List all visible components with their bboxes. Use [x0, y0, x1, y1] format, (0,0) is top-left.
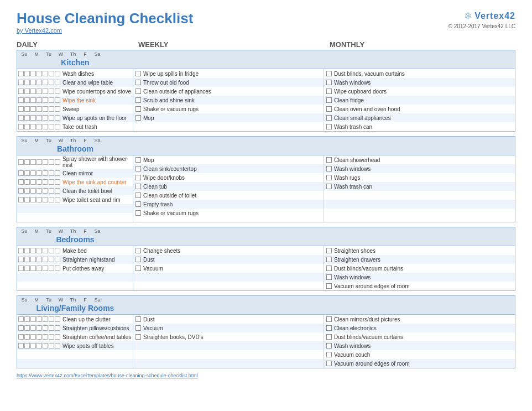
daily-checkbox[interactable] [30, 248, 36, 253]
daily-checkbox[interactable] [36, 115, 42, 121]
daily-checkbox[interactable] [55, 115, 60, 121]
daily-checkbox[interactable] [43, 97, 48, 103]
weekly-checkbox[interactable] [135, 210, 141, 216]
monthly-checkbox[interactable] [326, 184, 332, 189]
daily-checkbox[interactable] [49, 159, 54, 165]
daily-checkbox[interactable] [18, 179, 24, 185]
daily-checkbox[interactable] [36, 197, 42, 202]
monthly-checkbox[interactable] [326, 316, 332, 322]
weekly-checkbox[interactable] [135, 175, 141, 180]
daily-checkbox[interactable] [24, 170, 30, 176]
monthly-checkbox[interactable] [326, 361, 332, 366]
daily-checkbox[interactable] [30, 106, 36, 112]
daily-checkbox[interactable] [55, 124, 60, 129]
daily-checkbox[interactable] [18, 316, 24, 322]
daily-checkbox[interactable] [36, 106, 42, 112]
daily-checkbox[interactable] [55, 248, 60, 253]
daily-checkbox[interactable] [30, 159, 36, 165]
weekly-checkbox[interactable] [135, 157, 141, 163]
daily-checkbox[interactable] [49, 334, 54, 340]
daily-checkbox[interactable] [24, 197, 30, 202]
daily-checkbox[interactable] [55, 179, 60, 185]
daily-checkbox[interactable] [30, 115, 36, 121]
daily-checkbox[interactable] [55, 170, 60, 176]
daily-checkbox[interactable] [18, 325, 24, 331]
daily-checkbox[interactable] [30, 197, 36, 202]
daily-checkbox[interactable] [24, 159, 30, 165]
daily-checkbox[interactable] [43, 188, 48, 194]
weekly-checkbox[interactable] [135, 257, 141, 262]
daily-checkbox[interactable] [24, 248, 30, 253]
daily-checkbox[interactable] [36, 97, 42, 103]
weekly-checkbox[interactable] [135, 97, 141, 103]
daily-checkbox[interactable] [43, 257, 48, 262]
daily-checkbox[interactable] [30, 124, 36, 129]
weekly-checkbox[interactable] [135, 316, 141, 322]
weekly-checkbox[interactable] [135, 115, 141, 121]
daily-checkbox[interactable] [18, 248, 24, 253]
daily-checkbox[interactable] [18, 266, 24, 271]
daily-checkbox[interactable] [49, 179, 54, 185]
daily-checkbox[interactable] [43, 197, 48, 202]
daily-checkbox[interactable] [24, 71, 30, 76]
daily-checkbox[interactable] [36, 266, 42, 271]
daily-checkbox[interactable] [43, 266, 48, 271]
daily-checkbox[interactable] [36, 343, 42, 348]
daily-checkbox[interactable] [43, 106, 48, 112]
monthly-checkbox[interactable] [326, 274, 332, 280]
weekly-checkbox[interactable] [135, 166, 141, 171]
daily-checkbox[interactable] [30, 257, 36, 262]
daily-checkbox[interactable] [55, 316, 60, 322]
daily-checkbox[interactable] [43, 179, 48, 185]
daily-checkbox[interactable] [49, 170, 54, 176]
daily-checkbox[interactable] [24, 343, 30, 348]
monthly-checkbox[interactable] [326, 166, 332, 171]
daily-checkbox[interactable] [18, 80, 24, 85]
weekly-checkbox[interactable] [135, 266, 141, 271]
daily-checkbox[interactable] [43, 89, 48, 94]
daily-checkbox[interactable] [55, 97, 60, 103]
daily-checkbox[interactable] [30, 170, 36, 176]
monthly-checkbox[interactable] [326, 97, 332, 103]
weekly-checkbox[interactable] [135, 193, 141, 198]
daily-checkbox[interactable] [55, 197, 60, 202]
daily-checkbox[interactable] [24, 266, 30, 271]
daily-checkbox[interactable] [18, 343, 24, 348]
daily-checkbox[interactable] [55, 325, 60, 331]
weekly-checkbox[interactable] [135, 334, 141, 340]
weekly-checkbox[interactable] [135, 201, 141, 207]
daily-checkbox[interactable] [30, 97, 36, 103]
daily-checkbox[interactable] [55, 334, 60, 340]
daily-checkbox[interactable] [24, 124, 30, 129]
daily-checkbox[interactable] [43, 159, 48, 165]
daily-checkbox[interactable] [49, 124, 54, 129]
weekly-checkbox[interactable] [135, 325, 141, 331]
daily-checkbox[interactable] [30, 334, 36, 340]
monthly-checkbox[interactable] [326, 115, 332, 121]
daily-checkbox[interactable] [49, 80, 54, 85]
daily-checkbox[interactable] [30, 89, 36, 94]
daily-checkbox[interactable] [49, 266, 54, 271]
daily-checkbox[interactable] [30, 325, 36, 331]
daily-checkbox[interactable] [18, 188, 24, 194]
daily-checkbox[interactable] [49, 248, 54, 253]
daily-checkbox[interactable] [43, 334, 48, 340]
daily-checkbox[interactable] [49, 115, 54, 121]
daily-checkbox[interactable] [36, 71, 42, 76]
monthly-checkbox[interactable] [326, 157, 332, 163]
daily-checkbox[interactable] [24, 179, 30, 185]
monthly-checkbox[interactable] [326, 80, 332, 85]
monthly-checkbox[interactable] [326, 334, 332, 340]
daily-checkbox[interactable] [30, 316, 36, 322]
daily-checkbox[interactable] [43, 248, 48, 253]
daily-checkbox[interactable] [36, 334, 42, 340]
daily-checkbox[interactable] [55, 106, 60, 112]
daily-checkbox[interactable] [30, 343, 36, 348]
monthly-checkbox[interactable] [326, 89, 332, 94]
daily-checkbox[interactable] [43, 325, 48, 331]
daily-checkbox[interactable] [36, 159, 42, 165]
daily-checkbox[interactable] [49, 257, 54, 262]
monthly-checkbox[interactable] [326, 124, 332, 129]
daily-checkbox[interactable] [24, 115, 30, 121]
daily-checkbox[interactable] [55, 159, 60, 165]
